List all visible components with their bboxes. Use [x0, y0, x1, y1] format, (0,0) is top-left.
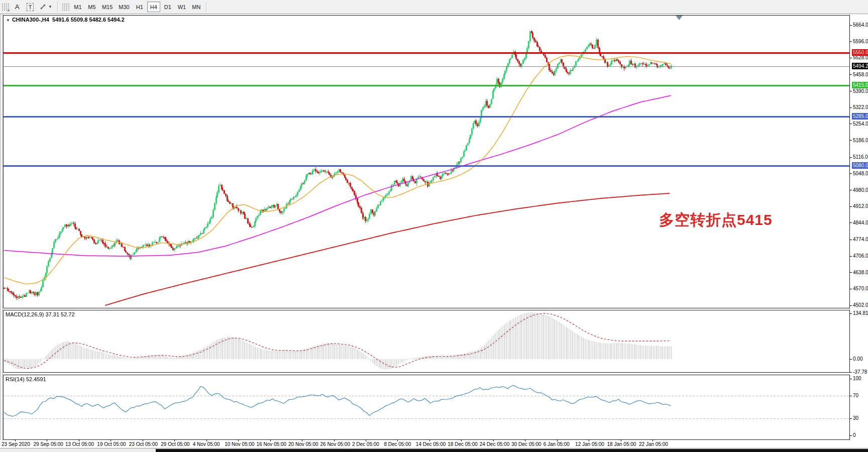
time-label: 26 Nov 05:00	[320, 441, 351, 447]
chart-ohlc-values: 5491.6 5509.8 5482.6 5494.2	[52, 17, 125, 23]
time-label: 29 Sep 05:00	[33, 441, 63, 447]
rsi-value: 52.4591	[26, 376, 46, 382]
chart-symbol-period: CHINA300-,H4	[12, 17, 49, 23]
macd-tick-label: 0.00	[853, 356, 862, 362]
price-tick-label: 5322.0	[853, 104, 868, 110]
rsi-name: RSI(14)	[6, 376, 25, 382]
price-tick-mark	[850, 222, 852, 223]
price-tick-mark	[850, 240, 852, 240]
price-level-badge: 5080.0	[852, 162, 868, 169]
chart-shift-marker-icon[interactable]	[676, 16, 683, 20]
time-label: 29 Oct 05:00	[161, 441, 189, 447]
arrow-objects-button[interactable]: ▼	[37, 2, 54, 13]
toolbar-drag-handle[interactable]: F	[1, 3, 9, 12]
macd-label: MACD(12,26,9) 37.31 52.72	[6, 311, 75, 317]
macd-tick-label: 134.81	[853, 310, 868, 316]
toolbar: F A T ▼ M1M5M15M30H1H4D1W1MN	[0, 0, 868, 14]
font-tool-label: A	[15, 3, 20, 11]
price-tick-mark	[850, 58, 852, 58]
collapse-caret-icon[interactable]: ▼	[6, 18, 10, 23]
macd-name: MACD(12,26,9)	[6, 311, 44, 317]
main-chart-canvas[interactable]	[4, 16, 849, 308]
timeframe-w1-button[interactable]: W1	[175, 2, 189, 12]
time-label: 24 Dec 05:00	[480, 441, 510, 447]
time-label: 30 Dec 05:00	[511, 441, 541, 447]
horizontal-scrollbar[interactable]	[0, 448, 868, 452]
time-label: 18 Dec 05:00	[448, 441, 478, 447]
timeframe-m30-button[interactable]: M30	[116, 2, 132, 12]
time-label: 10 Nov 05:00	[225, 441, 255, 447]
rsi-tick-mark	[850, 396, 852, 396]
diagonal-arrows-icon	[39, 3, 47, 11]
price-level-badge: 5285.0	[852, 113, 868, 120]
time-label: 12 Jan 05:00	[575, 441, 604, 447]
price-tick-mark	[850, 91, 852, 91]
rsi-canvas[interactable]	[4, 375, 849, 439]
timeframe-m1-button[interactable]: M1	[71, 2, 84, 12]
price-tick-label: 5664.0	[853, 22, 868, 28]
rsi-tick-mark	[850, 379, 852, 379]
price-tick-label: 4570.0	[853, 286, 868, 292]
timeframe-h4-button[interactable]: H4	[147, 2, 160, 12]
price-tick-label: 5254.0	[853, 121, 868, 127]
price-tick-label: 4844.0	[853, 220, 868, 226]
price-level-badge: 5494.2	[852, 63, 868, 69]
macd-axis[interactable]: 134.810.00-37.78	[850, 310, 868, 373]
timeframe-d1-button[interactable]: D1	[161, 2, 174, 12]
price-tick-mark	[850, 272, 852, 273]
price-tick-label: 5048.0	[853, 171, 868, 177]
timeframe-h1-button[interactable]: H1	[133, 2, 146, 12]
price-level-badge: 5415.0	[852, 82, 868, 88]
price-axis[interactable]: 5664.05596.05528.05458.05390.05322.05254…	[850, 15, 868, 308]
timeframe-m5-button[interactable]: M5	[85, 2, 98, 12]
rsi-label: RSI(14) 52.4591	[6, 376, 46, 382]
time-label: 8 Dec 05:00	[384, 441, 411, 447]
time-label: 6 Jan 05:00	[544, 441, 570, 447]
price-tick-label: 5458.0	[853, 72, 868, 78]
macd-values: 37.31 52.72	[45, 311, 74, 317]
toolbar-separator	[57, 2, 58, 12]
rsi-tick-label: 70	[853, 393, 858, 399]
rsi-tick-label: 100	[853, 376, 861, 382]
price-tick-mark	[850, 157, 852, 158]
font-tool-button[interactable]: A	[11, 2, 23, 13]
timeframe-group: M1M5M15M30H1H4D1W1MN	[71, 2, 203, 12]
timeframe-drag-handle[interactable]	[61, 3, 69, 12]
price-tick-mark	[850, 173, 852, 174]
window-left-edge	[0, 14, 3, 448]
macd-tick-mark	[850, 359, 852, 360]
time-axis[interactable]: 23 Sep 202029 Sep 05:0013 Oct 05:0019 Oc…	[0, 440, 868, 448]
price-tick-label: 4502.0	[853, 302, 868, 308]
timeframe-mn-button[interactable]: MN	[189, 2, 203, 12]
chart-annotation-text[interactable]: 多空转折点5415	[659, 210, 773, 231]
timeframe-m15-button[interactable]: M15	[99, 2, 115, 12]
rsi-axis[interactable]: 10070300	[850, 375, 868, 440]
macd-tick-mark	[850, 313, 852, 314]
price-tick-label: 5186.0	[853, 138, 868, 144]
time-label: 22 Jan 05:00	[639, 441, 668, 447]
horizontal-scrollbar-thumb[interactable]	[156, 449, 868, 452]
macd-canvas[interactable]	[4, 310, 849, 372]
price-tick-mark	[850, 289, 852, 289]
time-label: 13 Oct 05:00	[65, 441, 94, 447]
price-tick-label: 5528.0	[853, 55, 868, 61]
price-tick-mark	[850, 206, 852, 207]
rsi-tick-mark	[850, 435, 852, 436]
text-label-icon: T	[27, 3, 34, 11]
price-tick-label: 4774.0	[853, 237, 868, 243]
time-label: 16 Nov 05:00	[257, 441, 287, 447]
macd-tick-mark	[850, 372, 852, 373]
price-tick-mark	[850, 124, 852, 124]
price-tick-mark	[850, 140, 852, 141]
rsi-tick-mark	[850, 418, 852, 419]
toolbar-handle-label: F	[8, 9, 10, 13]
price-tick-mark	[850, 305, 852, 306]
price-tick-label: 4638.0	[853, 270, 868, 276]
time-label: 23 Oct 05:00	[129, 441, 158, 447]
price-tick-label: 4706.0	[853, 253, 868, 259]
time-label: 20 Nov 05:00	[288, 441, 318, 447]
chart-title: ▼CHINA300-,H4 5491.6 5509.8 5482.6 5494.…	[6, 17, 125, 23]
price-tick-mark	[850, 25, 852, 26]
text-label-tool-button[interactable]: T	[24, 2, 36, 13]
price-tick-mark	[850, 74, 852, 75]
